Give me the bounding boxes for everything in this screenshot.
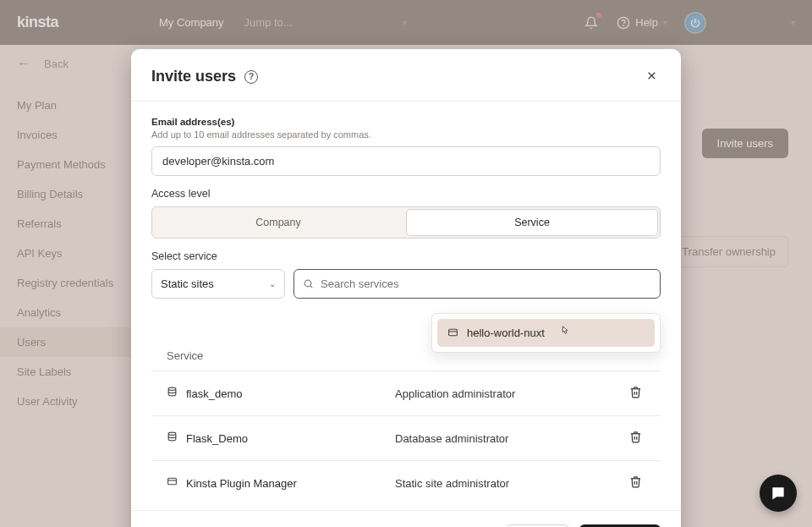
service-name: Kinsta Plugin Manager — [186, 477, 297, 490]
service-name: flask_demo — [186, 387, 242, 400]
remove-service-button[interactable] — [626, 472, 645, 494]
chat-icon — [770, 485, 787, 502]
invite-users-modal: Invite users ? Email address(es) Add up … — [131, 49, 681, 527]
search-icon — [303, 278, 314, 289]
chevron-down-icon: ⌄ — [269, 279, 276, 288]
svg-rect-7 — [449, 329, 458, 336]
access-level-label: Access level — [151, 188, 661, 200]
service-row: flask_demoApplication administrator — [151, 371, 661, 415]
service-option-label: hello-world-nuxt — [467, 327, 545, 339]
service-search[interactable] — [294, 269, 661, 299]
trash-icon — [629, 431, 642, 443]
service-type-select[interactable]: Static sites ⌄ — [151, 269, 285, 299]
tab-service[interactable]: Service — [406, 209, 658, 236]
service-search-input[interactable] — [321, 277, 651, 290]
intercom-launcher[interactable] — [760, 475, 797, 512]
select-service-label: Select service — [151, 250, 661, 262]
help-icon[interactable]: ? — [244, 70, 258, 84]
service-role: Static site administrator — [395, 477, 626, 490]
svg-point-5 — [304, 280, 311, 287]
static-site-icon — [167, 476, 178, 490]
trash-icon — [629, 386, 642, 398]
cursor-icon — [558, 325, 570, 341]
service-row: Kinsta Plugin ManagerStatic site adminis… — [151, 460, 661, 505]
modal-title: Invite users ? — [151, 68, 258, 85]
modal-title-text: Invite users — [151, 68, 236, 85]
service-role: Database administrator — [395, 432, 626, 445]
database-icon — [167, 431, 178, 445]
close-icon — [646, 70, 657, 81]
remove-service-button[interactable] — [626, 382, 645, 404]
service-type-value: Static sites — [161, 277, 214, 290]
email-hint: Add up to 10 email addresses separated b… — [151, 129, 661, 140]
service-option-hello-world-nuxt[interactable]: hello-world-nuxt — [437, 319, 655, 347]
database-icon — [167, 387, 178, 400]
svg-point-10 — [168, 432, 176, 435]
svg-line-6 — [310, 286, 312, 288]
tab-company[interactable]: Company — [152, 209, 404, 236]
static-site-icon — [447, 327, 458, 338]
svg-point-9 — [168, 387, 176, 390]
svg-rect-11 — [168, 478, 177, 485]
service-role: Application administrator — [395, 387, 626, 400]
trash-icon — [629, 475, 642, 488]
close-button[interactable] — [643, 66, 661, 87]
email-label: Email address(es) — [151, 117, 661, 127]
service-name: Flask_Demo — [186, 432, 248, 445]
email-input[interactable] — [151, 146, 661, 176]
service-search-dropdown: hello-world-nuxt — [431, 313, 661, 353]
service-row: Flask_DemoDatabase administrator — [151, 415, 661, 460]
remove-service-button[interactable] — [626, 427, 645, 449]
access-level-tabs: Company Service — [151, 206, 661, 239]
